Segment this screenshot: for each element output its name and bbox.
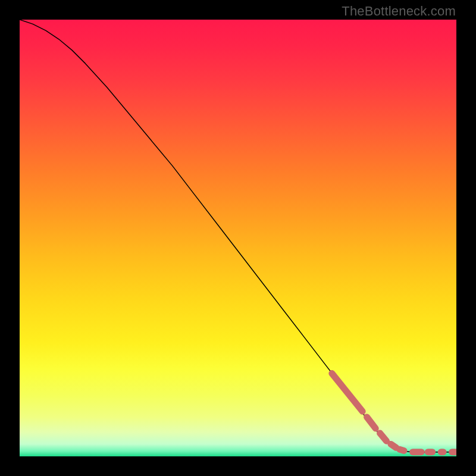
chart-stage: TheBottleneck.com bbox=[0, 0, 476, 476]
watermark-text: TheBottleneck.com bbox=[342, 4, 456, 19]
chart-background bbox=[20, 20, 456, 456]
highlight-dash-4 bbox=[400, 449, 404, 450]
chart-plot bbox=[20, 20, 456, 456]
highlight-dash-3 bbox=[391, 444, 396, 447]
